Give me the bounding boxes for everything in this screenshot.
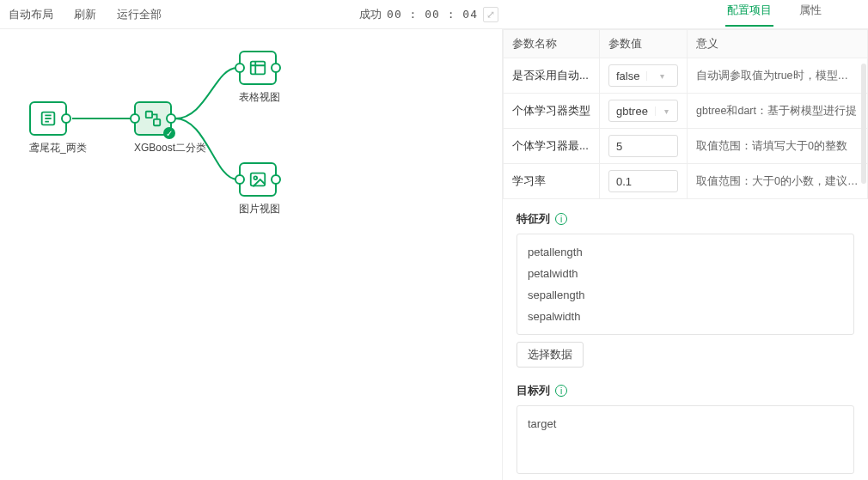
param-input[interactable] — [608, 135, 678, 157]
param-value-cell — [600, 164, 688, 199]
node-label: XGBoost二分类 — [134, 141, 206, 155]
svg-point-5 — [254, 176, 257, 179]
node-xgboost[interactable]: ✓ XGBoost二分类 — [134, 101, 206, 155]
col-meaning: 意义 — [688, 30, 868, 58]
toolbar-actions: 自动布局 刷新 运行全部 — [5, 7, 162, 22]
table-row: 学习率取值范围：大于0的小数，建议填. — [504, 164, 868, 199]
list-item: sepalwidth — [528, 306, 843, 327]
run-all-button[interactable]: 运行全部 — [117, 7, 162, 22]
workflow-canvas[interactable]: 鸢尾花_两类 ✓ XGBoost二分类 表格视图 — [0, 29, 502, 480]
list-item: petallength — [528, 241, 843, 263]
run-status: 成功 00 : 00 : 04 ⤢ — [359, 7, 498, 22]
tab-config[interactable]: 配置项目 — [725, 3, 773, 27]
param-input[interactable] — [608, 170, 678, 192]
table-row: 个体学习器类型gbtree▾gbtree和dart：基于树模型进行提 — [504, 94, 868, 129]
info-icon[interactable]: i — [555, 385, 567, 397]
param-table: 参数名称 参数值 意义 是否采用自动...false▾自动调参取值为true时，… — [503, 29, 868, 199]
feature-section: 特征列 i petallengthpetalwidthsepallengthse… — [503, 199, 868, 371]
param-value-cell: gbtree▾ — [600, 94, 688, 129]
info-icon[interactable]: i — [555, 213, 567, 225]
param-select[interactable]: gbtree▾ — [608, 100, 678, 122]
col-value: 参数值 — [600, 30, 688, 58]
success-check-icon: ✓ — [163, 127, 175, 139]
model-icon — [144, 109, 162, 128]
svg-rect-1 — [146, 112, 152, 118]
feature-list: petallengthpetalwidthsepallengthsepalwid… — [517, 234, 854, 335]
auto-layout-button[interactable]: 自动布局 — [9, 7, 53, 22]
chevron-down-icon: ▾ — [646, 71, 677, 81]
chevron-down-icon: ▾ — [655, 106, 677, 116]
param-meaning: 自动调参取值为true时，模型自动. — [688, 58, 868, 94]
target-section: 目标列 i target 选择数据 — [503, 371, 868, 480]
table-row: 个体学习器最...取值范围：请填写大于0的整数 — [504, 129, 868, 164]
image-view-icon — [248, 170, 267, 189]
param-select[interactable]: false▾ — [608, 64, 678, 87]
target-title: 目标列 — [517, 383, 550, 398]
col-name: 参数名称 — [504, 30, 600, 58]
dataset-icon — [39, 109, 58, 128]
refresh-button[interactable]: 刷新 — [74, 7, 96, 22]
fullscreen-icon[interactable]: ⤢ — [483, 7, 498, 22]
top-bar: 自动布局 刷新 运行全部 成功 00 : 00 : 04 ⤢ 配置项目 属性 — [0, 0, 868, 29]
node-table-view[interactable]: 表格视图 — [239, 51, 280, 105]
scrollbar-thumb[interactable] — [861, 64, 866, 184]
table-view-icon — [248, 58, 267, 77]
feature-select-button[interactable]: 选择数据 — [517, 342, 584, 368]
table-row: 是否采用自动...false▾自动调参取值为true时，模型自动. — [504, 58, 868, 94]
target-list: target — [517, 405, 854, 474]
node-label: 表格视图 — [239, 90, 280, 105]
param-name: 个体学习器最... — [504, 129, 600, 164]
param-name: 学习率 — [504, 164, 600, 199]
svg-rect-2 — [154, 119, 160, 125]
select-value: false — [609, 70, 646, 82]
list-item: target — [528, 413, 843, 434]
param-meaning: 取值范围：请填写大于0的整数 — [688, 129, 868, 164]
param-value-cell: false▾ — [600, 58, 688, 94]
list-item: petalwidth — [528, 263, 843, 284]
node-image-view[interactable]: 图片视图 — [239, 162, 280, 216]
param-name: 个体学习器类型 — [504, 94, 600, 129]
right-tabs: 配置项目 属性 — [725, 3, 823, 27]
svg-rect-3 — [251, 62, 266, 75]
tab-attrs[interactable]: 属性 — [798, 3, 823, 27]
feature-title: 特征列 — [517, 211, 550, 227]
node-iris[interactable]: 鸢尾花_两类 — [29, 101, 87, 155]
status-time: 00 : 00 : 04 — [387, 8, 478, 21]
node-label: 鸢尾花_两类 — [29, 141, 87, 155]
list-item: sepallength — [528, 284, 843, 306]
config-panel: 参数名称 参数值 意义 是否采用自动...false▾自动调参取值为true时，… — [502, 29, 868, 480]
node-label: 图片视图 — [239, 202, 280, 216]
param-meaning: 取值范围：大于0的小数，建议填. — [688, 164, 868, 199]
svg-rect-4 — [251, 173, 266, 186]
param-meaning: gbtree和dart：基于树模型进行提 — [688, 94, 868, 129]
status-text: 成功 — [359, 7, 382, 22]
param-value-cell — [600, 129, 688, 164]
param-name: 是否采用自动... — [504, 58, 600, 94]
select-value: gbtree — [609, 105, 655, 118]
